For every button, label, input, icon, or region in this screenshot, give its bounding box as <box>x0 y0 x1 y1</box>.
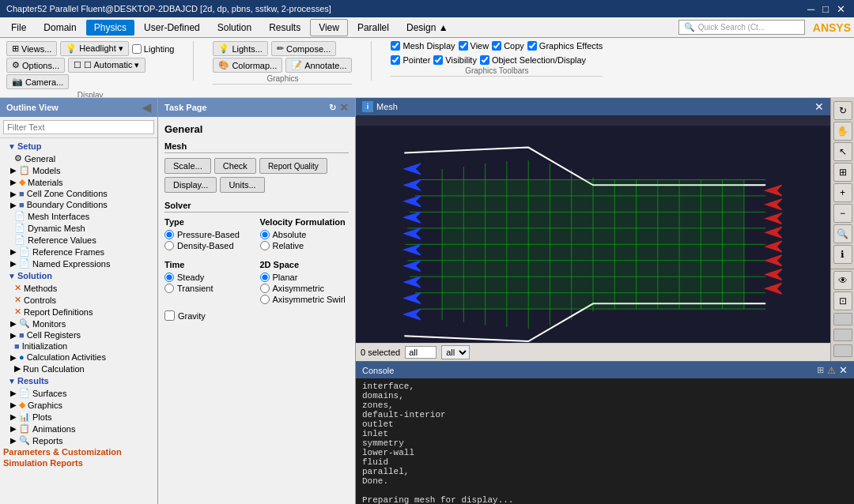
task-refresh-icon[interactable]: ↻ <box>329 103 336 113</box>
mesh-display-check[interactable]: Mesh Display <box>391 41 455 51</box>
side-btn-zoom-in[interactable]: + <box>833 183 852 202</box>
side-btn-more1[interactable]: ⊡ <box>833 291 852 310</box>
menu-parallel[interactable]: Parallel <box>350 20 397 36</box>
relative-radio[interactable]: Relative <box>260 241 350 250</box>
lighting-check[interactable]: Lighting <box>132 44 175 54</box>
tree-simulation-reports[interactable]: Simulation Reports <box>0 457 157 468</box>
views-btn[interactable]: ⊞ Views... <box>6 41 57 56</box>
search-box[interactable]: 🔍 Quick Search (Ct... <box>678 20 805 35</box>
close-btn[interactable]: ✕ <box>834 3 848 15</box>
side-slider3[interactable] <box>833 344 852 357</box>
console-line: parallel, <box>362 467 848 476</box>
lights-btn[interactable]: 💡 Lights... <box>213 41 268 56</box>
axisymmetric-swirl-radio[interactable]: Axisymmetric Swirl <box>260 295 350 304</box>
copy-check[interactable]: Copy <box>492 41 524 51</box>
menu-physics[interactable]: Physics <box>86 20 134 36</box>
tree-report-definitions[interactable]: ✕ Report Definitions <box>0 306 157 318</box>
menu-user-defined[interactable]: User-Defined <box>136 20 208 36</box>
side-btn-fit[interactable]: ⊞ <box>833 163 852 182</box>
selected-dropdown[interactable]: all <box>441 345 470 359</box>
colormap-btn[interactable]: 🎨 Colormap... <box>213 58 282 73</box>
menu-view[interactable]: View <box>310 19 348 36</box>
tree-animations[interactable]: ▶ 📋 Animations <box>0 423 157 434</box>
camera-btn[interactable]: 📷 Camera... <box>6 74 69 89</box>
tree-cell-zone[interactable]: ▶ ■ Cell Zone Conditions <box>0 188 157 199</box>
check-btn[interactable]: Check <box>214 158 256 174</box>
tree-reference-values[interactable]: 📄 Reference Values <box>0 234 157 246</box>
pointer-check[interactable]: Pointer <box>391 55 430 65</box>
absolute-radio[interactable]: Absolute <box>260 230 350 239</box>
filter-input[interactable] <box>3 120 154 134</box>
mesh-viewport[interactable]: i Mesh ✕ <box>356 98 830 361</box>
tree-run-calculation[interactable]: ▶ Run Calculation <box>0 363 157 374</box>
side-btn-rotate[interactable]: ↻ <box>833 101 852 120</box>
side-btn-pan[interactable]: ✋ <box>833 122 852 141</box>
pressure-based-radio[interactable]: Pressure-Based <box>164 230 254 239</box>
side-slider1[interactable] <box>833 313 852 325</box>
gravity-checkbox[interactable] <box>164 310 175 321</box>
menu-file[interactable]: File <box>3 20 34 36</box>
side-slider2[interactable] <box>833 329 852 341</box>
tree-named-expressions[interactable]: ▶ 📄 Named Expressions <box>0 258 157 269</box>
menu-results[interactable]: Results <box>261 20 308 36</box>
tree-results[interactable]: ▼ Results <box>0 374 157 387</box>
menu-solution[interactable]: Solution <box>210 20 259 36</box>
annotate-btn[interactable]: 📝 Annotate... <box>285 58 352 73</box>
compose-btn[interactable]: ✏ Compose... <box>271 41 336 56</box>
side-btn-eye[interactable]: 👁 <box>833 271 852 290</box>
menu-domain[interactable]: Domain <box>36 20 84 36</box>
headlight-btn[interactable]: 💡 Headlight ▾ <box>60 41 129 56</box>
tree-plots[interactable]: ▶ 📊 Plots <box>0 411 157 423</box>
gravity-row[interactable]: Gravity <box>164 310 349 321</box>
tree-models[interactable]: ▶ 📋 Models <box>0 164 157 176</box>
tree-reports[interactable]: ▶ 🔍 Reports <box>0 434 157 446</box>
tree-graphics[interactable]: ▶ ◆ Graphics <box>0 399 157 411</box>
tree-materials[interactable]: ▶ ◆ Materials <box>0 176 157 188</box>
report-quality-btn[interactable]: Report Quality <box>259 158 327 174</box>
side-btn-zoom-out[interactable]: − <box>833 204 852 223</box>
console-warning-icon[interactable]: ⚠ <box>827 365 836 376</box>
task-close-btn[interactable]: ✕ <box>339 101 349 114</box>
tree-reference-frames[interactable]: ▶ 📄 Reference Frames <box>0 246 157 258</box>
selected-input[interactable] <box>405 346 436 359</box>
axisymmetric-radio[interactable]: Axisymmetric <box>260 284 350 293</box>
object-selection-check[interactable]: Object Selection/Display <box>480 55 586 65</box>
window-controls[interactable]: ─ □ ✕ <box>805 3 848 15</box>
side-btn-search[interactable]: 🔍 <box>833 224 852 243</box>
transient-radio[interactable]: Transient <box>164 284 254 293</box>
tree-dynamic-mesh[interactable]: 📄 Dynamic Mesh <box>0 222 157 234</box>
steady-radio[interactable]: Steady <box>164 273 254 282</box>
outline-close-btn[interactable]: ◀ <box>142 101 151 114</box>
console-expand-icon[interactable]: ⊞ <box>817 365 824 375</box>
options-btn[interactable]: ⚙ Options... <box>6 58 65 73</box>
side-btn-info[interactable]: ℹ <box>833 245 852 264</box>
density-based-radio[interactable]: Density-Based <box>164 241 254 250</box>
tree-general[interactable]: ⚙ General <box>0 152 157 164</box>
tree-controls[interactable]: ✕ Controls <box>0 294 157 306</box>
console-close-icon[interactable]: ✕ <box>839 364 848 376</box>
tree-methods[interactable]: ✕ Methods <box>0 282 157 294</box>
display-btn[interactable]: Display... <box>164 177 217 193</box>
tree-initialization[interactable]: ■ Initialization <box>0 340 157 352</box>
tree-monitors[interactable]: ▶ 🔍 Monitors <box>0 318 157 329</box>
mesh-close-btn[interactable]: ✕ <box>814 100 824 113</box>
tree-mesh-interfaces[interactable]: 📄 Mesh Interfaces <box>0 210 157 222</box>
minimize-btn[interactable]: ─ <box>805 3 817 15</box>
planar-radio[interactable]: Planar <box>260 273 350 282</box>
menu-design[interactable]: Design ▲ <box>399 20 456 36</box>
visibility-check[interactable]: Visibility <box>433 55 477 65</box>
tree-solution[interactable]: ▼ Solution <box>0 269 157 282</box>
scale-btn[interactable]: Scale... <box>164 158 211 174</box>
maximize-btn[interactable]: □ <box>820 3 831 15</box>
tree-setup[interactable]: ▼ Setup <box>0 140 157 152</box>
tree-boundary[interactable]: ▶ ■ Boundary Conditions <box>0 199 157 210</box>
automatic-btn[interactable]: ☐ ☐ Automatic ▾ <box>68 58 145 73</box>
tree-calc-activities[interactable]: ▶ ● Calculation Activities <box>0 352 157 363</box>
tree-surfaces[interactable]: ▶ 📄 Surfaces <box>0 387 157 399</box>
tree-cell-registers[interactable]: ▶ ■ Cell Registers <box>0 329 157 340</box>
tree-parameters[interactable]: Parameters & Customization <box>0 446 157 457</box>
units-btn[interactable]: Units... <box>220 177 264 193</box>
view-check[interactable]: View <box>459 41 489 51</box>
side-btn-select[interactable]: ↖ <box>833 142 852 161</box>
graphics-effects-check[interactable]: Graphics Effects <box>527 41 603 51</box>
